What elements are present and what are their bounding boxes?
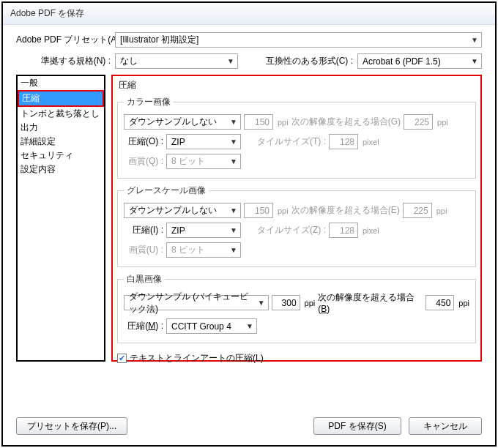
color-quality-value: 8 ビット bbox=[171, 155, 205, 168]
chevron-down-icon: ▼ bbox=[227, 226, 237, 234]
mono-legend: 白黒画像 bbox=[124, 273, 165, 285]
color-ppi2[interactable]: 225 bbox=[404, 114, 433, 130]
text-lineart-label: テキストとラインアートの圧縮(L) bbox=[130, 352, 264, 365]
chevron-down-icon: ▼ bbox=[224, 57, 234, 65]
mono-compress-label: 圧縮(M) : bbox=[124, 320, 163, 332]
compat-value: Acrobat 6 (PDF 1.5) bbox=[363, 56, 441, 67]
gray-ppi2[interactable]: 225 bbox=[403, 203, 432, 218]
ppi-unit: ppi bbox=[303, 299, 316, 307]
chevron-down-icon: ▼ bbox=[227, 157, 237, 165]
compression-panel: 圧縮 カラー画像 ダウンサンプルしない ▼ 150 ppi 次の解像度を超える場… bbox=[111, 75, 482, 362]
sidebar-item-security[interactable]: セキュリティ bbox=[18, 149, 104, 163]
mono-ppi2[interactable]: 450 bbox=[425, 295, 454, 310]
sidebar-item-summary[interactable]: 設定内容 bbox=[18, 163, 104, 176]
footer: プリセットを保存(P)... PDF を保存(S) キャンセル bbox=[16, 417, 482, 435]
ppi-unit: ppi bbox=[457, 299, 469, 307]
gray-compress-label: 圧縮(I) : bbox=[124, 224, 163, 236]
gray-tile-value[interactable]: 128 bbox=[329, 223, 358, 238]
gray-quality-value: 8 ビット bbox=[171, 244, 205, 256]
sidebar-item-compression-wrap: 圧縮 bbox=[18, 90, 104, 107]
sidebar[interactable]: 一般 圧縮 トンボと裁ち落とし 出力 詳細設定 セキュリティ 設定内容 bbox=[16, 75, 105, 362]
color-images-group: カラー画像 ダウンサンプルしない ▼ 150 ppi 次の解像度を超える場合(G… bbox=[117, 96, 476, 179]
chevron-down-icon: ▼ bbox=[243, 322, 253, 330]
gray-quality-label: 画質(U) : bbox=[124, 244, 163, 256]
titlebar: Adobe PDF を保存 bbox=[3, 3, 495, 25]
text-lineart-checkbox[interactable]: ✔ テキストとラインアートの圧縮(L) bbox=[117, 352, 264, 365]
color-downsample-value: ダウンサンプルしない bbox=[129, 116, 217, 128]
standard-label: 準拠する規格(N) : bbox=[16, 55, 115, 67]
pixel-unit: pixel bbox=[361, 226, 379, 235]
gray-compress-combo[interactable]: ZIP ▼ bbox=[166, 223, 241, 238]
save-preset-button[interactable]: プリセットを保存(P)... bbox=[16, 417, 127, 435]
preset-row: Adobe PDF プリセット(A) : [Illustrator 初期設定] … bbox=[16, 32, 482, 48]
panel-title: 圧縮 bbox=[119, 79, 476, 92]
color-downsample-combo[interactable]: ダウンサンプルしない ▼ bbox=[124, 114, 241, 130]
dialog-body: Adobe PDF プリセット(A) : [Illustrator 初期設定] … bbox=[3, 25, 495, 367]
color-tile-label: タイルサイズ(T) : bbox=[257, 135, 326, 148]
chevron-down-icon: ▼ bbox=[468, 36, 478, 44]
mono-over-label: 次の解像度を超える場合(B) bbox=[318, 291, 423, 314]
preset-combo[interactable]: [Illustrator 初期設定] ▼ bbox=[115, 32, 482, 48]
ppi-unit: ppi bbox=[276, 206, 289, 215]
color-tile-value[interactable]: 128 bbox=[329, 134, 358, 149]
mono-downsample-value: ダウンサンプル (バイキュービック法) bbox=[129, 291, 255, 316]
gray-downsample-combo[interactable]: ダウンサンプルしない ▼ bbox=[124, 203, 241, 218]
gray-ppi1[interactable]: 150 bbox=[244, 203, 273, 218]
checkbox-icon: ✔ bbox=[117, 354, 127, 363]
mono-images-group: 白黒画像 ダウンサンプル (バイキュービック法) ▼ 300 ppi 次の解像度… bbox=[117, 273, 476, 343]
gray-downsample-value: ダウンサンプルしない bbox=[129, 204, 217, 217]
gray-legend: グレースケール画像 bbox=[124, 184, 209, 197]
ppi-unit: ppi bbox=[436, 118, 448, 127]
chevron-down-icon: ▼ bbox=[227, 246, 237, 254]
ppi-unit: ppi bbox=[276, 118, 289, 127]
mono-ppi1[interactable]: 300 bbox=[272, 295, 300, 310]
color-compress-label: 圧縮(O) : bbox=[124, 135, 163, 148]
preset-value: [Illustrator 初期設定] bbox=[120, 34, 198, 46]
chevron-down-icon: ▼ bbox=[227, 138, 237, 146]
gray-over-label: 次の解像度を超える場合(E) bbox=[291, 204, 400, 217]
standard-value: なし bbox=[120, 55, 138, 67]
compat-combo[interactable]: Acrobat 6 (PDF 1.5) ▼ bbox=[357, 53, 482, 69]
gray-quality-combo[interactable]: 8 ビット ▼ bbox=[166, 242, 241, 258]
window-title: Adobe PDF を保存 bbox=[10, 8, 84, 18]
cancel-button[interactable]: キャンセル bbox=[409, 417, 482, 435]
gray-tile-label: タイルサイズ(Z) : bbox=[257, 224, 326, 236]
standard-compat-row: 準拠する規格(N) : なし ▼ 互換性のある形式(C) : Acrobat 6… bbox=[16, 53, 482, 69]
color-legend: カラー画像 bbox=[124, 96, 174, 108]
main-area: 一般 圧縮 トンボと裁ち落とし 出力 詳細設定 セキュリティ 設定内容 圧縮 カ… bbox=[16, 75, 482, 362]
ppi-unit: ppi bbox=[435, 206, 447, 215]
preset-label: Adobe PDF プリセット(A) : bbox=[16, 34, 115, 46]
sidebar-item-compression[interactable]: 圧縮 bbox=[19, 92, 103, 105]
gray-images-group: グレースケール画像 ダウンサンプルしない ▼ 150 ppi 次の解像度を超える… bbox=[117, 184, 476, 267]
save-pdf-button[interactable]: PDF を保存(S) bbox=[313, 417, 401, 435]
mono-compress-value: CCITT Group 4 bbox=[171, 321, 231, 332]
compat-label: 互換性のある形式(C) : bbox=[266, 55, 357, 67]
color-over-label: 次の解像度を超える場合(G) bbox=[291, 116, 401, 128]
sidebar-item-general[interactable]: 一般 bbox=[18, 76, 104, 90]
pixel-unit: pixel bbox=[361, 138, 379, 146]
dialog-window: Adobe PDF を保存 Adobe PDF プリセット(A) : [Illu… bbox=[1, 1, 497, 447]
mono-compress-combo[interactable]: CCITT Group 4 ▼ bbox=[166, 318, 257, 334]
mono-downsample-combo[interactable]: ダウンサンプル (バイキュービック法) ▼ bbox=[124, 295, 269, 310]
color-ppi1[interactable]: 150 bbox=[244, 114, 273, 130]
color-compress-combo[interactable]: ZIP ▼ bbox=[166, 134, 241, 149]
chevron-down-icon: ▼ bbox=[227, 206, 237, 214]
chevron-down-icon: ▼ bbox=[227, 118, 237, 126]
color-compress-value: ZIP bbox=[171, 137, 185, 147]
gray-compress-value: ZIP bbox=[171, 225, 185, 236]
color-quality-label: 画質(Q) : bbox=[124, 155, 163, 168]
sidebar-item-marks[interactable]: トンボと裁ち落とし bbox=[18, 107, 104, 121]
chevron-down-icon: ▼ bbox=[468, 57, 478, 65]
sidebar-item-advanced[interactable]: 詳細設定 bbox=[18, 135, 104, 149]
chevron-down-icon: ▼ bbox=[255, 299, 265, 307]
color-quality-combo[interactable]: 8 ビット ▼ bbox=[166, 154, 241, 169]
standard-combo[interactable]: なし ▼ bbox=[115, 53, 238, 69]
sidebar-item-output[interactable]: 出力 bbox=[18, 121, 104, 135]
